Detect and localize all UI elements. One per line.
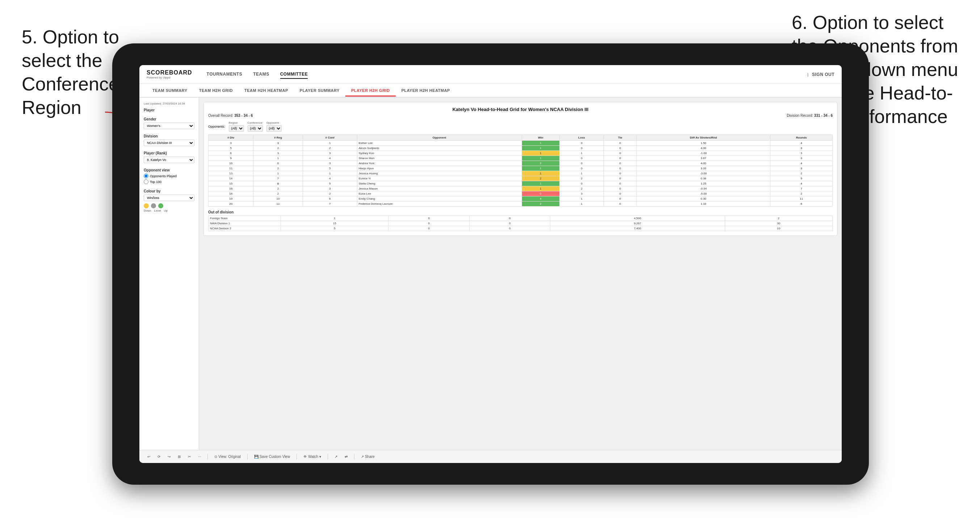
playerrank-select[interactable]: 8. Katelyn Vo: [144, 157, 194, 163]
cell-win: 2: [522, 202, 559, 206]
gender-select[interactable]: Women's: [144, 122, 194, 129]
cell-opponent: Andrea York: [357, 161, 522, 166]
cell-div: 6: [208, 151, 253, 156]
conference-select[interactable]: (All): [248, 125, 263, 132]
toolbar-refresh[interactable]: ⟳: [155, 454, 162, 459]
toolbar-save-custom[interactable]: 💾 Save Custom View: [252, 454, 292, 459]
cell-diff: 1.50: [636, 141, 770, 146]
division-select[interactable]: NCAA Division III: [144, 140, 194, 146]
toolbar-share[interactable]: ↗ Share: [359, 454, 377, 459]
cell-opponent: Esther Lee: [357, 141, 522, 146]
ood-cell-rounds: 2: [725, 216, 832, 221]
opponent-select[interactable]: (All): [266, 125, 282, 132]
ood-cell-loss: 0: [388, 216, 469, 221]
opponent-view-radios: Opponents Played Top 100: [144, 174, 194, 184]
radio-opponents-played[interactable]: Opponents Played: [144, 174, 194, 178]
ood-cell-win: 15: [281, 221, 388, 226]
radio-opponents-played-input[interactable]: [144, 174, 148, 178]
conference-filter-label: Conference: [248, 121, 263, 124]
cell-opponent: Alexis Sudjianto: [357, 146, 522, 151]
cell-tie: 0: [604, 181, 636, 186]
th-loss: Loss: [559, 135, 603, 141]
subnav-player-h2h-grid[interactable]: PLAYER H2H GRID: [345, 85, 396, 97]
ood-cell-tie: 0: [469, 221, 550, 226]
cell-loss: 2: [559, 176, 603, 181]
sidebar-playerrank-label: Player (Rank): [144, 151, 194, 155]
sidebar-player-section: Player: [144, 108, 194, 112]
overall-record-label: Overall Record:: [208, 114, 233, 117]
table-row: 19 10 6 Emily Chang 4 1 0 0.30 11: [208, 197, 833, 202]
cell-div: 11: [208, 166, 253, 171]
toolbar-swap[interactable]: ⇄: [342, 454, 350, 459]
logo-text: SCOREBOARD: [146, 70, 192, 76]
subnav-player-h2h-heatmap[interactable]: PLAYER H2H HEATMAP: [396, 85, 456, 97]
nav-tournaments[interactable]: TOURNAMENTS: [207, 70, 243, 79]
opponent-filter-label: Opponent: [266, 121, 282, 124]
nav-teams[interactable]: TEAMS: [253, 70, 269, 79]
cell-win: 1: [522, 171, 559, 176]
ood-cell-tie: 0: [469, 226, 550, 231]
grid-area: Katelyn Vo Head-to-Head Grid for Women's…: [199, 98, 842, 450]
radio-top100-label: Top 100: [150, 180, 161, 184]
table-row: 14 7 4 Eunice Yi 2 2 0 0.38 9: [208, 176, 833, 181]
cell-conf: 5: [303, 181, 357, 186]
view-icon: ⊙: [214, 455, 217, 459]
view-label: View: Original: [218, 455, 241, 459]
region-select[interactable]: (All): [229, 125, 244, 132]
cell-rounds: 4: [770, 181, 833, 186]
cell-diff: 0.38: [636, 176, 770, 181]
cell-tie: 0: [604, 161, 636, 166]
division-record-value: 331 - 34 - 6: [814, 114, 833, 117]
cell-div: 13: [208, 171, 253, 176]
last-updated: Last Updated: 27/03/2024 16:34: [144, 102, 194, 105]
toolbar-grid[interactable]: ⊞: [176, 454, 183, 459]
subnav-team-h2h-grid[interactable]: TEAM H2H GRID: [193, 85, 239, 97]
tablet-device: SCOREBOARD Powered by clippd TOURNAMENTS…: [112, 43, 869, 485]
cell-loss: 3: [559, 191, 603, 197]
cell-reg: 3: [253, 141, 303, 146]
cell-diff: 1.33: [636, 202, 770, 206]
subnav-player-summary[interactable]: PLAYER SUMMARY: [294, 85, 345, 97]
color-dot-down: [144, 203, 149, 208]
toolbar-watch[interactable]: 👁 Watch ▾: [301, 454, 323, 459]
division-record-label: Division Record:: [787, 114, 813, 117]
cell-win: 1: [522, 181, 559, 186]
subnav-team-summary[interactable]: TEAM SUMMARY: [146, 85, 193, 97]
bottom-toolbar: ↩ ⟳ ↪ ⊞ ✂ ··· ⊙ View: Original 💾 Save Cu…: [139, 450, 842, 463]
sidebar-division-label: Division: [144, 134, 194, 138]
color-label-level: Level: [154, 209, 161, 212]
cell-diff: -1.00: [636, 151, 770, 156]
radio-top100-input[interactable]: [144, 179, 148, 184]
cell-rounds: 11: [770, 197, 833, 202]
cell-rounds: 3: [770, 146, 833, 151]
cell-div: 14: [208, 176, 253, 181]
toolbar-undo[interactable]: ↩: [145, 454, 153, 459]
out-of-division-header: Out of division: [208, 210, 833, 214]
toolbar-redo[interactable]: ↪: [165, 454, 173, 459]
toolbar-more[interactable]: ···: [196, 454, 203, 459]
watch-icon: 👁: [303, 455, 307, 459]
cell-rounds: 4: [770, 141, 833, 146]
cell-div: 15: [208, 181, 253, 186]
toolbar-view-original[interactable]: ⊙ View: Original: [212, 454, 243, 459]
cell-tie: 0: [604, 151, 636, 156]
ood-cell-diff: 9.267: [550, 221, 725, 226]
colourby-select[interactable]: Win/loss: [144, 195, 194, 201]
ood-cell-loss: 0: [388, 226, 469, 231]
cell-opponent: Stella Cheng: [357, 181, 522, 186]
subnav-team-h2h-heatmap[interactable]: TEAM H2H HEATMAP: [239, 85, 294, 97]
cell-conf: 2: [303, 146, 357, 151]
toolbar-export[interactable]: ↗: [332, 454, 340, 459]
cell-loss: 0: [559, 181, 603, 186]
radio-top100[interactable]: Top 100: [144, 179, 194, 184]
cell-tie: 0: [604, 171, 636, 176]
color-label-up: Up: [164, 209, 168, 212]
cell-rounds: 3: [770, 151, 833, 156]
cell-reg: 8: [253, 181, 303, 186]
table-row: 16 2 3 Jessica Mason 1 2 0 -0.94 7: [208, 186, 833, 191]
nav-signout[interactable]: Sign out: [812, 70, 834, 78]
toolbar-cut[interactable]: ✂: [186, 454, 193, 459]
division-record: Division Record: 331 - 34 - 6: [787, 114, 833, 117]
nav-committee[interactable]: COMMITTEE: [280, 70, 308, 79]
cell-diff: 3.33: [636, 166, 770, 171]
